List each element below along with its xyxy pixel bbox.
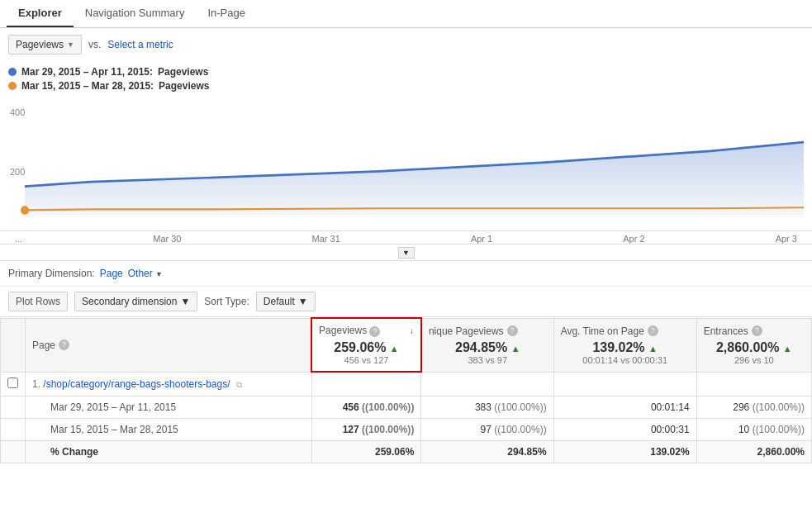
pct-entrances: 2,860.00% [696,440,811,463]
select-metric-link[interactable]: Select a metric [107,39,173,50]
svg-text:200: 200 [10,166,25,176]
th-pageviews-label: Pageviews [319,325,367,336]
date2-entrances: 10 ((100.00%)) [696,418,811,440]
unique-up-arrow: ▲ [511,344,520,354]
vs-label: vs. [88,39,101,50]
date2-pv-pct: ((100.00%)) [362,424,414,435]
avg-help-icon[interactable]: ? [648,325,658,336]
scroll-arrow[interactable]: ▼ [398,247,415,259]
row-entrances-blank [696,372,811,396]
row-unique-blank [421,372,553,396]
th-page-label: Page [32,339,55,351]
metric-dropdown[interactable]: Pageviews ▼ [8,35,82,55]
x-label-apr3: Apr 3 [776,234,797,244]
x-label-mar30: Mar 30 [153,234,181,244]
entrances-sub-value: 296 vs 10 [704,355,805,365]
sort-default-label: Default [264,296,295,307]
plot-rows-button[interactable]: Plot Rows [8,292,68,311]
unique-help-icon[interactable]: ? [507,325,518,336]
pageviews-pct-value: 259.06% ▲ [319,340,414,355]
pageviews-sort-arrow[interactable]: ↓ [410,326,414,335]
chart-legend: Mar 29, 2015 – Apr 11, 2015: Pageviews M… [0,61,812,99]
page-dim-link[interactable]: Page [100,268,123,279]
pct-label-cell: % Change [26,440,312,463]
th-avg-time: Avg. Time on Page ? 139.02% ▲ 00:01:14 v… [553,318,696,372]
tab-in-page[interactable]: In-Page [196,0,257,27]
avg-sub-value: 00:01:14 vs 00:00:31 [561,355,690,365]
secondary-dimension-dropdown[interactable]: Secondary dimension ▼ [74,292,197,311]
legend-metric-blue: Pageviews [158,66,208,78]
date1-ent-pct: ((100.00%)) [753,401,805,413]
sort-type-arrow: ▼ [298,296,308,307]
pct-avg: 139.02% [553,440,696,463]
pct-pageviews: 259.06% [311,440,421,463]
legend-date-blue: Mar 29, 2015 – Apr 11, 2015: [21,66,153,78]
date1-pv-pct: ((100.00%)) [362,401,414,413]
avg-summary-cell: 139.02% ▲ 00:01:14 vs 00:00:31 [561,340,690,365]
pageviews-help-icon[interactable]: ? [369,326,380,337]
unique-summary-cell: 294.85% ▲ 383 vs 97 [429,340,547,365]
avg-up-arrow: ▲ [648,344,658,354]
pageviews-sub-value: 456 vs 127 [319,355,414,365]
th-entrances-label: Entrances [704,325,748,337]
avg-pct-value: 139.02% ▲ [561,340,690,355]
primary-dimension-bar: Primary Dimension: Page Other ▼ [0,261,812,287]
svg-text:400: 400 [10,107,25,117]
secondary-dim-arrow: ▼ [180,296,190,307]
table-row-date1: Mar 29, 2015 – Apr 11, 2015 456 ((100.00… [1,396,812,418]
entrances-summary-cell: 2,860.00% ▲ 296 vs 10 [704,340,805,365]
copy-icon[interactable]: ⧉ [236,380,242,389]
table-row-date2: Mar 15, 2015 – Mar 28, 2015 127 ((100.00… [1,418,812,440]
legend-row-orange: Mar 15, 2015 – Mar 28, 2015: Pageviews [8,80,804,92]
date2-uq-pct: ((100.00%)) [494,424,546,435]
date2-pageviews: 127 ((100.00%)) [311,418,421,440]
th-avg-label: Avg. Time on Page [561,325,644,337]
entrances-help-icon[interactable]: ? [752,325,762,336]
pct-unique: 294.85% [421,440,553,463]
row-pageviews-blank [311,372,421,396]
date2-checkbox [1,418,26,440]
svg-point-2 [21,206,29,215]
legend-date-orange: Mar 15, 2015 – Mar 28, 2015: [21,80,154,92]
th-unique-pageviews: nique Pageviews ? 294.85% ▲ 383 vs 97 [421,318,553,372]
row-number: 1. [32,378,40,390]
date1-uq-pct: ((100.00%)) [494,401,546,413]
row-page-cell: 1. /shop/category/range-bags-shooters-ba… [26,372,312,396]
other-dim-link[interactable]: Other ▼ [128,268,163,279]
tab-navigation-summary[interactable]: Navigation Summary [74,0,197,27]
row-avg-blank [553,372,696,396]
legend-dot-orange [8,82,17,90]
legend-metric-orange: Pageviews [159,80,209,92]
date1-unique: 383 ((100.00%)) [421,396,553,418]
th-page: Page ? [26,318,312,372]
date1-label-cell: Mar 29, 2015 – Apr 11, 2015 [26,396,312,418]
date2-ent-pct: ((100.00%)) [753,424,805,435]
table-row-pct-change: % Change 259.06% 294.85% 139.02% 2,860.0… [1,440,812,463]
tab-explorer[interactable]: Explorer [7,0,74,27]
x-label-mar31: Mar 31 [312,234,340,244]
legend-row-blue: Mar 29, 2015 – Apr 11, 2015: Pageviews [8,66,804,78]
metric-dropdown-label: Pageviews [16,39,64,50]
page-help-icon[interactable]: ? [59,339,69,350]
entrances-up-arrow: ▲ [783,344,792,354]
table-row-page: 1. /shop/category/range-bags-shooters-ba… [1,372,812,396]
table-toolbar: Plot Rows Secondary dimension ▼ Sort Typ… [0,287,812,317]
date2-unique: 97 ((100.00%)) [421,418,553,440]
x-label-dots: ... [15,234,22,244]
metric-toolbar: Pageviews ▼ vs. Select a metric [0,28,812,61]
other-dim-arrow: ▼ [155,270,163,278]
sort-type-label: Sort Type: [204,296,249,307]
th-checkbox [1,318,26,372]
th-unique-label: nique Pageviews [429,325,504,337]
data-table: Page ? Pageviews ? ↓ 259.06% ▲ [0,317,812,463]
page-link[interactable]: /shop/category/range-bags-shooters-bags/ [43,378,230,390]
primary-dim-label: Primary Dimension: [8,268,95,279]
tab-bar: Explorer Navigation Summary In-Page [0,0,812,28]
row-checkbox[interactable] [1,372,26,396]
x-label-apr1: Apr 1 [471,234,492,244]
th-pageviews: Pageviews ? ↓ 259.06% ▲ 456 vs 127 [311,318,421,372]
pct-checkbox [1,440,26,463]
row-checkbox-input[interactable] [7,377,18,388]
metric-dropdown-arrow: ▼ [67,40,74,49]
sort-type-dropdown[interactable]: Default ▼ [256,292,316,311]
